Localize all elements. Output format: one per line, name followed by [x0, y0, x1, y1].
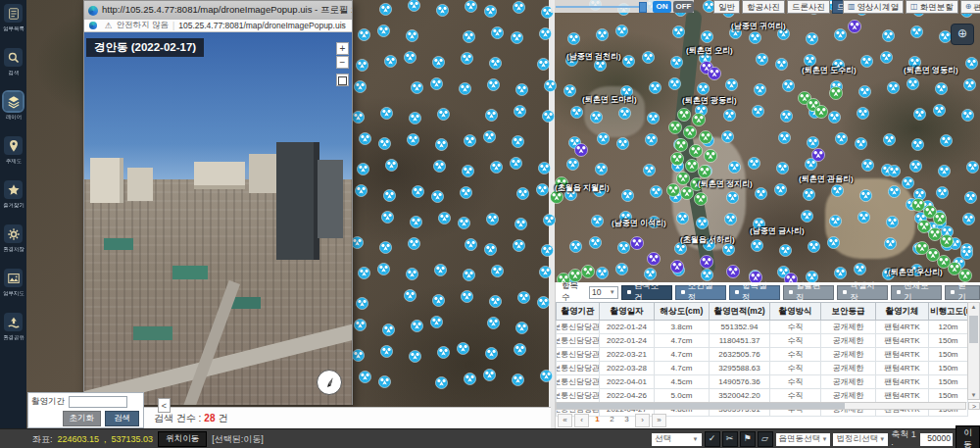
- address-bar[interactable]: ⚠ 안전하지 않음 | 105.25.4.77:8081/map/droneIm…: [84, 20, 352, 32]
- settings-save-icon: [4, 224, 23, 243]
- table-button-일괄편집[interactable]: 일괄편집: [783, 285, 834, 300]
- sidebar-item-1[interactable]: 업무목록: [0, 0, 26, 44]
- scale-input[interactable]: 50000: [920, 433, 952, 446]
- column-header[interactable]: 해상도(cm): [655, 303, 710, 321]
- popup-title: http://105.25.4.77:8081/map/droneImagePo…: [102, 4, 352, 17]
- flag-icon[interactable]: ⚑: [740, 431, 756, 447]
- vertical-scrollbar[interactable]: ▲ ▼: [967, 302, 980, 400]
- map-tool-영상시계열[interactable]: ▥영상시계열: [843, 0, 904, 14]
- table-row[interactable]: 정보통신담당관2022-04-265.0cm3520042.20수직공개제한팬텀…: [557, 389, 968, 403]
- table-row[interactable]: 정보통신담당관2022-03-214.7cm2632505.76수직공개제한팬텀…: [557, 348, 968, 362]
- check-icon[interactable]: ✓: [705, 431, 720, 447]
- scroll-right-button[interactable]: >: [968, 402, 980, 410]
- apartment-towers: [249, 154, 278, 193]
- column-header[interactable]: 촬영기체: [876, 303, 929, 321]
- ri-select-dropdown[interactable]: 법정리선택▼: [833, 433, 888, 446]
- vertical-scroll-thumb[interactable]: [969, 316, 978, 343]
- drone-gis-app: (남종면 검천리)(남종면 귀여리)(퇴촌면 오리)(퇴촌면 도수리)(퇴촌면 …: [0, 0, 980, 448]
- pager-nav[interactable]: «: [558, 414, 572, 427]
- column-header[interactable]: 촬영일자: [600, 303, 655, 321]
- page-3[interactable]: 3: [620, 414, 633, 425]
- security-warning[interactable]: 안전하지 않음: [117, 20, 169, 31]
- table-button-검색조건[interactable]: 검색조건: [621, 285, 672, 300]
- map-tool-편입토지[interactable]: ⊕편입토지: [960, 0, 980, 14]
- table-button-항목설정[interactable]: 항목설정: [729, 285, 780, 300]
- table-row[interactable]: 정보통신담당관2022-03-284.7cm3295588.63수직공개제한팬텀…: [557, 362, 968, 375]
- horizontal-scrollbar[interactable]: [556, 402, 966, 410]
- zoom-in-button[interactable]: +: [336, 42, 349, 55]
- scroll-down-icon[interactable]: ▼: [968, 392, 979, 398]
- move-to-location-button[interactable]: 위치이동: [158, 431, 207, 447]
- chevron-down-icon: ▼: [879, 436, 885, 442]
- column-header[interactable]: 촬영기관: [557, 303, 600, 321]
- column-header[interactable]: 촬영면적(m2): [710, 303, 770, 321]
- compass-control[interactable]: [317, 370, 342, 395]
- sidebar-item-4[interactable]: 주제도: [0, 132, 26, 176]
- search-button[interactable]: 검색: [105, 411, 139, 426]
- table-button-엑셀저장[interactable]: 엑셀저장: [837, 285, 888, 300]
- pager-nav[interactable]: ‹: [574, 414, 589, 427]
- table-button-닫기[interactable]: 닫기: [945, 285, 979, 300]
- pager-nav[interactable]: »: [652, 414, 666, 427]
- go-button[interactable]: 이동: [956, 425, 980, 448]
- table-row[interactable]: 정보통신담당관2022-01-243.8cm551352.94수직공개제한팬텀4…: [557, 321, 968, 334]
- opacity-slider[interactable]: [556, 6, 642, 8]
- sidebar-item-6[interactable]: 환경저장: [0, 221, 26, 265]
- table-row[interactable]: 정보통신담당관2022-04-014.5cm1490576.36수직공개제한팬텀…: [557, 375, 968, 389]
- url-text[interactable]: 105.25.4.77:8081/map/droneImagePopup.uis: [178, 21, 346, 30]
- split-screen-icon: ◫: [910, 1, 918, 13]
- map-place-label: (퇴촌면 관음리): [799, 174, 854, 184]
- table-cell: 공개제한: [821, 321, 876, 334]
- globe-layer-button[interactable]: ⊕: [951, 24, 974, 45]
- map-mode-일반[interactable]: 일반: [713, 0, 740, 14]
- polygon-icon[interactable]: ▱: [758, 431, 773, 447]
- table-button-조건설정[interactable]: 조건설정: [675, 285, 726, 300]
- layer-off-button[interactable]: OFF: [673, 1, 694, 13]
- item-count-select[interactable]: 10▼: [589, 286, 618, 299]
- reset-button[interactable]: 초기화: [63, 411, 102, 426]
- teal-roof: [172, 266, 208, 279]
- map-mode-드론사진[interactable]: 드론사진: [787, 0, 830, 14]
- emd-select-dropdown[interactable]: 읍면동선택▼: [776, 433, 831, 446]
- zoom-out-button[interactable]: −: [336, 56, 349, 69]
- select-dropdown[interactable]: 선택▼: [652, 433, 702, 446]
- sidebar-item-5[interactable]: 즐겨찾기: [0, 176, 26, 221]
- scroll-up-icon[interactable]: ▲: [968, 304, 979, 310]
- map-mode-항공사진[interactable]: 항공사진: [742, 0, 785, 14]
- horizontal-scroll-thumb[interactable]: [557, 403, 845, 409]
- tower: [318, 160, 343, 238]
- pagination: «‹123›»: [558, 414, 666, 427]
- multi-check-icon[interactable]: ✂: [722, 431, 738, 447]
- sidebar-item-3[interactable]: 레이어: [0, 88, 26, 132]
- globe-icon: ⊕: [965, 1, 972, 13]
- table-row[interactable]: 정보통신담당관2022-01-244.7cm1180451.37수직공개제한팬텀…: [557, 334, 968, 348]
- popup-title-bar[interactable]: http://105.25.4.77:8081/map/droneImagePo…: [84, 1, 352, 20]
- separator: |: [172, 21, 174, 30]
- column-header[interactable]: 보안등급: [821, 303, 876, 321]
- drone-photo[interactable]: 경안동 (2022-02-17) + −: [84, 32, 352, 405]
- table-cell: 팬텀4RTK: [876, 389, 929, 403]
- column-header[interactable]: 촬영방식: [770, 303, 821, 321]
- map-tool-icon-buttons: ✓✂⚑▱: [705, 431, 773, 447]
- sidebar-item-2[interactable]: 검색: [0, 44, 26, 88]
- panel-collapse-button[interactable]: <: [158, 398, 171, 413]
- period-input[interactable]: [69, 396, 127, 408]
- fullscreen-button[interactable]: [336, 74, 349, 86]
- table-cell: 3520042.20: [710, 389, 770, 403]
- opacity-slider-handle[interactable]: [639, 2, 647, 13]
- drone-image-popup-window[interactable]: http://105.25.4.77:8081/map/droneImagePo…: [83, 0, 353, 405]
- page-2[interactable]: 2: [606, 414, 618, 425]
- pager-nav[interactable]: ›: [635, 414, 650, 427]
- table-button-전체보기[interactable]: 전체보기: [891, 285, 942, 300]
- item-count-label: 항목수: [562, 280, 586, 304]
- sidebar-item-8[interactable]: 환경공유: [0, 309, 26, 353]
- page-1[interactable]: 1: [591, 414, 604, 425]
- map-tool-buttons: ▥영상시계열◫화면분할⊕편입토지∠공간분석: [843, 0, 980, 14]
- photo-table[interactable]: 촬영기관촬영일자해상도(cm)촬영면적(m2)촬영방식보안등급촬영기체비행고도(…: [556, 302, 968, 417]
- map-tool-화면분할[interactable]: ◫화면분할: [906, 0, 958, 14]
- sidebar-item-7[interactable]: 업무지도: [0, 265, 26, 309]
- layer-on-button[interactable]: ON: [653, 1, 671, 13]
- table-cell: 팬텀4RTK: [876, 375, 929, 389]
- coord-label: 좌표:: [32, 433, 53, 446]
- column-header[interactable]: 비행고도(m): [929, 303, 968, 321]
